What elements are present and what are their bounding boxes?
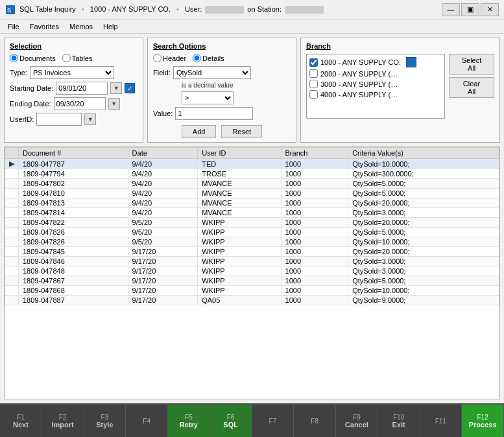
cell-date: 9/17/20 — [128, 276, 198, 286]
fkey-f2[interactable]: F2 Import — [42, 405, 84, 437]
cell-date: 9/5/20 — [128, 228, 198, 237]
userid-label: UserID: — [10, 115, 34, 123]
fkey-num-f4: F4 — [143, 418, 150, 425]
cell-criteria: QtySold=5.0000; — [348, 179, 499, 189]
operator-row: > < = >= <= <> — [153, 91, 291, 104]
table-row[interactable]: 1809-047887 9/17/20 QA05 1000 QtySold=9.… — [5, 296, 499, 305]
branch-checkbox-2000[interactable] — [309, 69, 318, 78]
cell-date: 9/4/20 — [128, 208, 198, 218]
col-user-id[interactable]: User ID — [198, 148, 281, 159]
ending-date-input[interactable]: 09/30/20 — [54, 97, 106, 110]
clear-all-button[interactable]: Clear All — [449, 77, 494, 98]
starting-date-check[interactable]: ✓ — [125, 83, 135, 93]
fkey-label-f10: Exit — [392, 421, 405, 429]
fkey-f5[interactable]: F5 Retry — [168, 405, 210, 437]
fkey-f8[interactable]: F8 — [294, 405, 336, 437]
fkey-f3[interactable]: F3 Style — [84, 405, 126, 437]
value-row: Value: — [153, 107, 291, 120]
fkey-f9[interactable]: F9 Cancel — [336, 405, 378, 437]
cell-branch: 1000 — [281, 198, 348, 208]
table-row[interactable]: 1809-047826 9/5/20 WKIPP 1000 QtySold=5.… — [5, 228, 499, 237]
maximize-button[interactable]: ▣ — [461, 3, 479, 16]
table-row[interactable]: 1809-047826 9/5/20 WKIPP 1000 QtySold=10… — [5, 237, 499, 247]
table-row[interactable]: 1809-047802 9/4/20 MVANCE 1000 QtySold=5… — [5, 179, 499, 189]
cell-date: 9/4/20 — [128, 169, 198, 179]
cell-user-id: WKIPP — [198, 228, 281, 237]
fkey-f4[interactable]: F4 — [126, 405, 168, 437]
col-date[interactable]: Date — [128, 148, 198, 159]
header-radio[interactable]: Header — [153, 54, 186, 62]
starting-date-label: Starting Date: — [10, 84, 53, 92]
cell-user-id: MVANCE — [198, 198, 281, 208]
menu-memos[interactable]: Memos — [64, 21, 98, 32]
fkey-f10[interactable]: F10 Exit — [378, 405, 420, 437]
type-row: Type: PS Invoices PO Invoices AR Invoice… — [10, 66, 138, 79]
field-select[interactable]: QtySold Amount Price Qty — [173, 66, 251, 79]
branch-checkbox-4000[interactable] — [309, 90, 318, 99]
type-label: Type: — [10, 69, 27, 77]
operator-select[interactable]: > < = >= <= <> — [182, 91, 234, 104]
table-wrapper[interactable]: Document # Date User ID Branch Criteria … — [5, 147, 499, 399]
menu-favorites[interactable]: Favorites — [25, 21, 64, 32]
value-input[interactable] — [175, 107, 253, 120]
col-branch[interactable]: Branch — [281, 148, 348, 159]
table-row[interactable]: 1809-047867 9/17/20 WKIPP 1000 QtySold=5… — [5, 276, 499, 286]
starting-date-picker[interactable]: ▼ — [110, 82, 122, 94]
userid-row: UserID: ▼ — [10, 113, 138, 126]
table-row[interactable]: 1809-047848 9/17/20 WKIPP 1000 QtySold=3… — [5, 266, 499, 276]
cell-doc-num: 1809-047867 — [19, 276, 128, 286]
close-button[interactable]: ✕ — [481, 3, 499, 16]
table-row[interactable]: 1809-047868 9/17/20 WKIPP 1000 QtySold=1… — [5, 286, 499, 296]
minimize-button[interactable]: — — [442, 3, 460, 16]
cell-doc-num: 1809-047794 — [19, 169, 128, 179]
cell-doc-num: 1809-047810 — [19, 189, 128, 198]
table-row[interactable]: 1809-047810 9/4/20 MVANCE 1000 QtySold=5… — [5, 189, 499, 198]
add-button[interactable]: Add — [182, 125, 217, 138]
table-row[interactable]: ▶ 1809-047787 9/4/20 TED 1000 QtySold=10… — [5, 159, 499, 169]
table-row[interactable]: 1809-047846 9/17/20 WKIPP 1000 QtySold=3… — [5, 257, 499, 266]
select-all-button[interactable]: Select All — [449, 54, 494, 75]
cell-branch: 1000 — [281, 296, 348, 305]
cell-user-id: WKIPP — [198, 257, 281, 266]
cell-date: 9/4/20 — [128, 189, 198, 198]
cell-criteria: QtySold=10.0000; — [348, 237, 499, 247]
branch-item-4000: 4000 - ANY SUPPLY (… — [309, 90, 442, 99]
menu-help[interactable]: Help — [98, 21, 123, 32]
function-key-bar: F1 Next F2 Import F3 Style F4 F5 Retry F… — [0, 403, 504, 437]
reset-button[interactable]: Reset — [221, 125, 262, 138]
cell-branch: 1000 — [281, 189, 348, 198]
cell-branch: 1000 — [281, 228, 348, 237]
fkey-f12[interactable]: F12 Process — [462, 405, 504, 437]
details-radio[interactable]: Details — [193, 54, 224, 62]
fkey-f11[interactable]: F11 — [420, 405, 462, 437]
branch-checkbox-3000[interactable] — [309, 80, 318, 88]
fkey-f7[interactable]: F7 — [252, 405, 294, 437]
starting-date-input[interactable]: 09/01/20 — [56, 82, 108, 95]
branch-checkbox-1000[interactable] — [309, 58, 318, 67]
userid-dropdown-btn[interactable]: ▼ — [84, 113, 96, 125]
table-row[interactable]: 1809-047814 9/4/20 MVANCE 1000 QtySold=3… — [5, 208, 499, 218]
menu-file[interactable]: File — [3, 21, 25, 32]
fkey-f6[interactable]: F6 SQL — [210, 405, 252, 437]
documents-radio[interactable]: Documents — [10, 54, 56, 62]
table-row[interactable]: 1809-047794 9/4/20 TROSE 1000 QtySold=30… — [5, 169, 499, 179]
tables-radio[interactable]: Tables — [62, 54, 93, 62]
cell-doc-num: 1809-047813 — [19, 198, 128, 208]
cell-criteria: QtySold=20.0000; — [348, 218, 499, 228]
userid-input[interactable] — [36, 113, 82, 126]
ending-date-picker[interactable]: ▼ — [108, 98, 120, 110]
cell-doc-num: 1809-047826 — [19, 228, 128, 237]
col-doc-num[interactable]: Document # — [19, 148, 128, 159]
table-row[interactable]: 1809-047845 9/17/20 WKIPP 1000 QtySold=2… — [5, 247, 499, 257]
fkey-num-f7: F7 — [269, 418, 277, 425]
cell-branch: 1000 — [281, 257, 348, 266]
branch-item-2000: 2000 - ANY SUPPLY (… — [309, 69, 442, 78]
table-row[interactable]: 1809-047822 9/5/20 WKIPP 1000 QtySold=20… — [5, 218, 499, 228]
type-select[interactable]: PS Invoices PO Invoices AR Invoices — [30, 66, 114, 79]
cell-user-id: WKIPP — [198, 218, 281, 228]
cell-criteria: QtySold=5.0000; — [348, 189, 499, 198]
branch-buttons: Select All Clear All — [449, 54, 494, 123]
col-criteria[interactable]: Criteria Value(s) — [348, 148, 499, 159]
fkey-f1[interactable]: F1 Next — [0, 405, 42, 437]
table-row[interactable]: 1809-047813 9/4/20 MVANCE 1000 QtySold=2… — [5, 198, 499, 208]
